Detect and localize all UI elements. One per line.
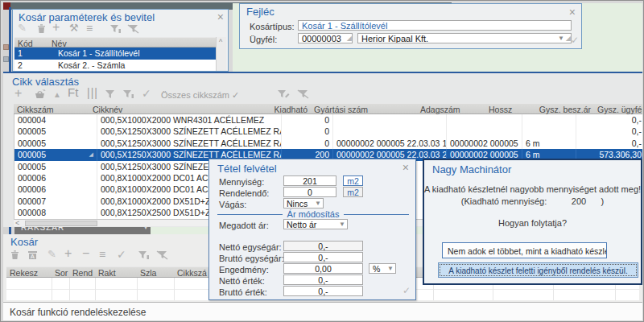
basket-list-row[interactable]: 2Kosár 2. - Számla xyxy=(14,60,217,72)
netto-ertek-label: Nettó érték: xyxy=(219,276,265,286)
filter-icon[interactable] xyxy=(105,89,115,99)
ar-modositas-label: Ár módosítás xyxy=(287,209,340,219)
table-cell: 0 xyxy=(282,126,333,137)
mennyiseg-unit-box[interactable]: m2 xyxy=(343,175,363,186)
fejlec-ok-icon[interactable]: ✓ xyxy=(571,35,579,46)
tetel-close-icon[interactable]: × xyxy=(402,163,409,172)
settings-tools-icon[interactable]: ⚒ xyxy=(69,23,79,34)
delete-basket-icon[interactable] xyxy=(36,23,47,34)
ar-modositas-separator: Ár módosítás xyxy=(217,209,409,219)
remove-row-icon[interactable]: − xyxy=(82,248,89,259)
filter-basket-icon[interactable] xyxy=(138,250,150,260)
filter-row-icon[interactable] xyxy=(122,89,134,99)
tetel-ok-icon[interactable]: ✓ xyxy=(402,285,411,296)
table-cell: 000005◢ xyxy=(14,149,97,160)
brutto-egysegar-input[interactable]: 0,- xyxy=(283,252,363,262)
collapsed-panel-label: RAKSZÁR xyxy=(21,227,64,232)
menu-icon[interactable]: ≡ xyxy=(99,249,105,260)
engedmeny-input[interactable]: 0,00 xyxy=(283,263,363,274)
tetel-title: Tétel felvétel xyxy=(217,163,277,175)
filter-clear-basket-params-icon[interactable] xyxy=(127,24,139,34)
left-margin-icon-1 xyxy=(3,44,9,50)
table-cell: 0,- xyxy=(576,126,644,137)
cikk-table-row[interactable]: 000005000,5X1250X3000 SZÍNEZETT ACÉLLEME… xyxy=(14,138,642,149)
table-cell: 000005 xyxy=(14,126,97,137)
scroll-left-icon[interactable]: < xyxy=(15,219,19,227)
table-cell: 000,5X1250X3000 SZÍNEZETT ACÉLLEMEZ RAL xyxy=(97,138,282,149)
machinator-title: Nagy Machinátor xyxy=(432,163,511,175)
confirm-icon[interactable]: ✓ xyxy=(142,88,151,99)
cikk-table-row[interactable]: 000004000,5X1000X2000 WNR4301 ACÉLLEMEZ0… xyxy=(14,114,642,126)
kosar-panel-title: Kosár xyxy=(10,236,38,248)
table-cell: 000007 xyxy=(14,196,97,207)
add-row-icon[interactable]: + xyxy=(64,248,72,259)
rendelendo-unit-box: m2 xyxy=(343,187,363,197)
machinator-message-line1: A kiadható készletnél nagyobb mennyisége… xyxy=(424,184,641,194)
columns-icon[interactable]: ||| xyxy=(87,87,98,98)
table-cell: 000006 xyxy=(14,184,97,195)
delete-all-icon[interactable]: A xyxy=(27,250,39,260)
row-focus-marker-icon: ◢ xyxy=(89,149,93,160)
kosartipus-field[interactable]: Kosár 1 - Szállítólevél xyxy=(298,20,572,31)
filter-clear-basket-icon[interactable] xyxy=(156,250,168,260)
delete-row-icon[interactable] xyxy=(10,250,20,260)
move-up-icon[interactable]: ▲ xyxy=(53,89,61,101)
filter-clear-icon[interactable] xyxy=(297,89,309,99)
menu-basket-icon[interactable]: ≡ xyxy=(86,23,93,34)
filter-basket-params-icon[interactable] xyxy=(109,24,122,34)
price-ft-icon[interactable]: Ft xyxy=(68,87,78,98)
netto-egysegar-input[interactable]: 0,- xyxy=(283,241,363,251)
collapsed-panel-expand-icon[interactable]: ▾ xyxy=(144,227,147,231)
fejlec-close-icon[interactable]: × xyxy=(569,7,576,17)
basket-list-scrollbar[interactable]: ^ xyxy=(216,37,226,71)
add-item-icon[interactable]: + xyxy=(14,88,22,99)
cikk-table-row[interactable]: 000005000,5X1250X3000 SZÍNEZETT ACÉLLEME… xyxy=(14,126,642,137)
no-oversell-button[interactable]: Nem adok el többet, mint a kiadható kész… xyxy=(442,242,607,258)
cikk-table-header[interactable]: CikkszámCikknévKiadhatóGyártási számAdag… xyxy=(14,103,642,114)
add-to-basket-icon[interactable] xyxy=(34,89,46,100)
rendelendo-input[interactable]: 0 xyxy=(283,187,336,197)
collapsed-panel-bar[interactable]: RAKSZÁR ▾ xyxy=(14,227,151,234)
osszes-cikkszam-label[interactable]: Összes cikkszám ✓ xyxy=(161,90,239,101)
basket-list[interactable]: 1Kosár 1 - Szállítólevél2Kosár 2. - Szám… xyxy=(14,47,217,71)
edit-basket-icon[interactable]: ✎ xyxy=(18,23,27,34)
basket-params-close-icon[interactable]: × xyxy=(217,12,224,22)
basket-list-row[interactable]: 1Kosár 1 - Szállítólevél xyxy=(14,47,217,60)
table-cell: 0,- xyxy=(576,114,644,126)
ugyfel-label: Ügyfél: xyxy=(250,35,277,44)
machinator-question: Hogyan folytatja? xyxy=(424,218,641,228)
engedmeny-unit-dropdown[interactable]: %▼ xyxy=(369,263,396,274)
table-cell: 000,5X1000X2000 WNR4301 ACÉLLEMEZ xyxy=(97,114,282,126)
table-cell xyxy=(447,126,522,137)
edit-row-icon[interactable]: ✎ xyxy=(47,249,56,260)
scroll-up-icon[interactable]: ^ xyxy=(219,38,222,46)
table-cell: Kosár 2. - Számla xyxy=(55,60,229,72)
table-cell: 1 xyxy=(14,47,55,60)
osszes-check-icon: ✓ xyxy=(232,90,239,100)
mennyiseg-input[interactable]: 201 xyxy=(283,175,336,186)
vagas-dropdown[interactable]: Nincs▼ xyxy=(283,198,324,208)
ugyfel-name-combo[interactable]: Herior Kipaal Kft.◢▼ xyxy=(357,33,572,43)
fejlec-title: Fejléc xyxy=(246,6,275,18)
table-cell xyxy=(447,114,522,126)
vagas-label: Vágás: xyxy=(219,200,246,209)
scrollbar-thumb[interactable] xyxy=(25,221,97,226)
basket-params-panel: Kosár paraméterek és bevitel × ✎ + ⚒ ≡ K… xyxy=(12,9,229,72)
left-margin-icon-2 xyxy=(3,56,9,62)
netto-egysegar-label: Nettó egységár: xyxy=(219,242,282,252)
table-cell xyxy=(522,114,576,126)
ugyfel-code-combo[interactable]: 00000003◢▼ xyxy=(298,33,353,43)
filter-edit-icon[interactable] xyxy=(277,89,290,99)
confirm-basket-icon[interactable]: ✓ xyxy=(117,249,126,260)
brutto-ertek-input[interactable]: 0,- xyxy=(283,286,363,296)
create-order-button[interactable]: A kiadható készlet feletti igényből rend… xyxy=(438,262,638,278)
basket-list-header[interactable]: KódNév xyxy=(14,37,217,47)
table-cell: 000005 xyxy=(14,161,97,172)
column-gridline xyxy=(95,278,96,300)
netto-ertek-input[interactable]: 0,- xyxy=(283,275,363,285)
add-basket-icon[interactable]: + xyxy=(52,22,60,33)
megadott-ar-dropdown[interactable]: Netto ár▼ xyxy=(283,219,348,229)
brutto-ertek-label: Bruttó érték: xyxy=(219,287,267,297)
engedmeny-label: Engedmény: xyxy=(219,265,269,275)
fejlec-panel: Fejléc × Kosártípus: Kosár 1 - Szállítól… xyxy=(239,3,582,49)
